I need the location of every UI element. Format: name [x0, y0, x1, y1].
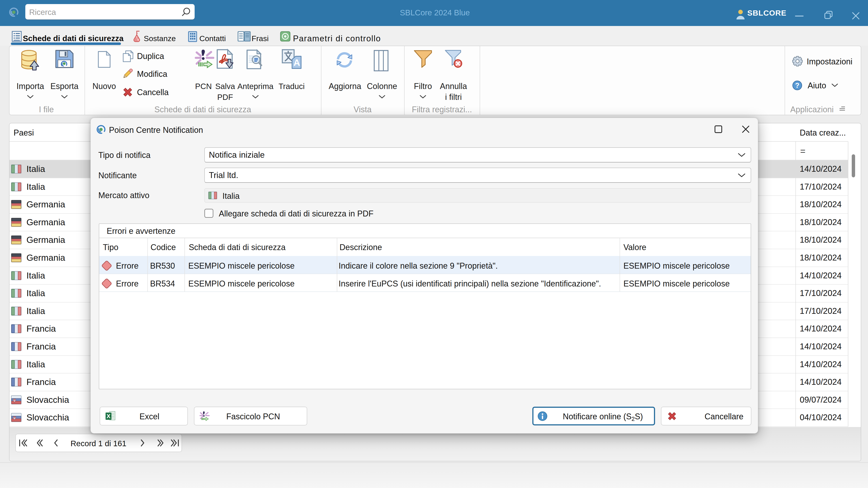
svg-text:A: A	[293, 58, 300, 68]
svg-text:X: X	[106, 413, 111, 420]
svg-text:?: ?	[795, 82, 800, 90]
